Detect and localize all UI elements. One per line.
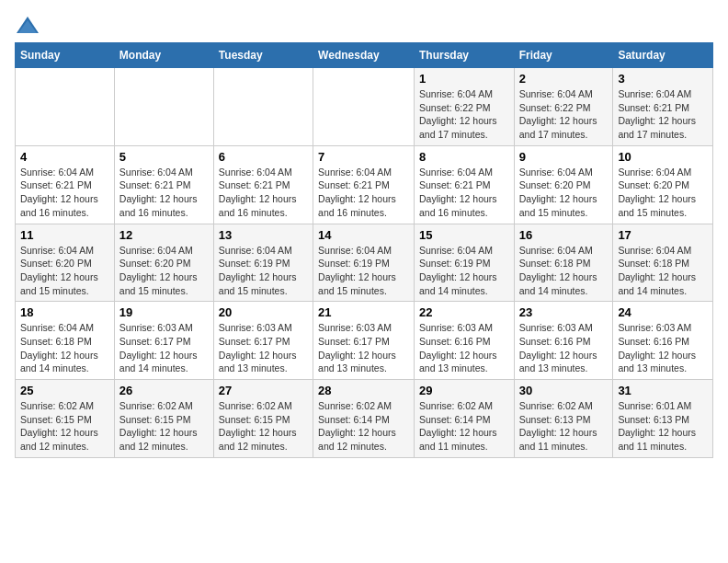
day-info: Sunrise: 6:02 AM Sunset: 6:15 PM Dayligh… <box>119 399 209 454</box>
day-number: 17 <box>618 228 708 242</box>
day-number: 21 <box>318 305 409 319</box>
week-row-3: 11Sunrise: 6:04 AM Sunset: 6:20 PM Dayli… <box>16 224 713 302</box>
calendar-header-row: SundayMondayTuesdayWednesdayThursdayFrid… <box>16 43 713 68</box>
day-info: Sunrise: 6:03 AM Sunset: 6:16 PM Dayligh… <box>519 321 609 375</box>
day-info: Sunrise: 6:04 AM Sunset: 6:20 PM Dayligh… <box>20 244 109 298</box>
calendar-table: SundayMondayTuesdayWednesdayThursdayFrid… <box>15 42 713 458</box>
calendar-cell: 11Sunrise: 6:04 AM Sunset: 6:20 PM Dayli… <box>16 224 115 302</box>
day-number: 19 <box>119 305 209 319</box>
day-info: Sunrise: 6:04 AM Sunset: 6:22 PM Dayligh… <box>419 87 509 142</box>
day-info: Sunrise: 6:02 AM Sunset: 6:14 PM Dayligh… <box>318 399 409 454</box>
day-number: 7 <box>318 150 409 164</box>
day-number: 15 <box>419 228 509 242</box>
day-info: Sunrise: 6:04 AM Sunset: 6:19 PM Dayligh… <box>219 244 308 298</box>
day-info: Sunrise: 6:04 AM Sunset: 6:21 PM Dayligh… <box>419 166 509 220</box>
day-info: Sunrise: 6:03 AM Sunset: 6:17 PM Dayligh… <box>318 321 409 375</box>
calendar-cell: 15Sunrise: 6:04 AM Sunset: 6:19 PM Dayli… <box>414 224 514 302</box>
week-row-2: 4Sunrise: 6:04 AM Sunset: 6:21 PM Daylig… <box>16 145 713 224</box>
calendar-cell: 31Sunrise: 6:01 AM Sunset: 6:13 PM Dayli… <box>613 380 713 458</box>
day-info: Sunrise: 6:04 AM Sunset: 6:19 PM Dayligh… <box>318 244 409 298</box>
day-number: 26 <box>119 384 209 397</box>
day-number: 13 <box>219 228 308 242</box>
day-info: Sunrise: 6:04 AM Sunset: 6:21 PM Dayligh… <box>618 87 708 142</box>
day-info: Sunrise: 6:04 AM Sunset: 6:18 PM Dayligh… <box>519 244 609 298</box>
day-info: Sunrise: 6:04 AM Sunset: 6:18 PM Dayligh… <box>618 244 708 298</box>
calendar-cell: 10Sunrise: 6:04 AM Sunset: 6:20 PM Dayli… <box>613 145 713 224</box>
day-number: 2 <box>519 72 609 86</box>
day-info: Sunrise: 6:04 AM Sunset: 6:20 PM Dayligh… <box>119 244 209 298</box>
week-row-1: 1Sunrise: 6:04 AM Sunset: 6:22 PM Daylig… <box>16 68 713 146</box>
calendar-cell: 5Sunrise: 6:04 AM Sunset: 6:21 PM Daylig… <box>114 145 213 224</box>
calendar-cell: 23Sunrise: 6:03 AM Sunset: 6:16 PM Dayli… <box>514 302 613 380</box>
calendar-cell: 6Sunrise: 6:04 AM Sunset: 6:21 PM Daylig… <box>213 145 313 224</box>
calendar-cell: 7Sunrise: 6:04 AM Sunset: 6:21 PM Daylig… <box>313 145 415 224</box>
day-number: 18 <box>20 305 109 319</box>
day-number: 4 <box>20 150 109 164</box>
calendar-cell: 3Sunrise: 6:04 AM Sunset: 6:21 PM Daylig… <box>613 68 713 146</box>
day-info: Sunrise: 6:04 AM Sunset: 6:21 PM Dayligh… <box>20 166 109 220</box>
calendar-cell: 19Sunrise: 6:03 AM Sunset: 6:17 PM Dayli… <box>114 302 213 380</box>
calendar-cell: 13Sunrise: 6:04 AM Sunset: 6:19 PM Dayli… <box>213 224 313 302</box>
calendar-cell: 17Sunrise: 6:04 AM Sunset: 6:18 PM Dayli… <box>613 224 713 302</box>
header-thursday: Thursday <box>414 43 514 68</box>
day-info: Sunrise: 6:02 AM Sunset: 6:13 PM Dayligh… <box>519 399 609 454</box>
day-info: Sunrise: 6:04 AM Sunset: 6:21 PM Dayligh… <box>219 166 308 220</box>
day-number: 5 <box>119 150 209 164</box>
calendar-cell <box>114 68 213 146</box>
day-info: Sunrise: 6:02 AM Sunset: 6:15 PM Dayligh… <box>20 399 109 454</box>
week-row-5: 25Sunrise: 6:02 AM Sunset: 6:15 PM Dayli… <box>16 380 713 458</box>
day-info: Sunrise: 6:04 AM Sunset: 6:20 PM Dayligh… <box>519 166 609 220</box>
calendar-cell <box>16 68 115 146</box>
day-number: 22 <box>419 305 509 319</box>
week-row-4: 18Sunrise: 6:04 AM Sunset: 6:18 PM Dayli… <box>16 302 713 380</box>
calendar-cell <box>213 68 313 146</box>
day-info: Sunrise: 6:04 AM Sunset: 6:20 PM Dayligh… <box>618 166 708 220</box>
day-number: 6 <box>219 150 308 164</box>
day-number: 24 <box>618 305 708 319</box>
day-number: 3 <box>618 72 708 86</box>
day-info: Sunrise: 6:02 AM Sunset: 6:15 PM Dayligh… <box>219 399 308 454</box>
calendar-cell: 9Sunrise: 6:04 AM Sunset: 6:20 PM Daylig… <box>514 145 613 224</box>
calendar-cell: 12Sunrise: 6:04 AM Sunset: 6:20 PM Dayli… <box>114 224 213 302</box>
day-number: 12 <box>119 228 209 242</box>
calendar-cell: 22Sunrise: 6:03 AM Sunset: 6:16 PM Dayli… <box>414 302 514 380</box>
header-friday: Friday <box>514 43 613 68</box>
day-info: Sunrise: 6:04 AM Sunset: 6:22 PM Dayligh… <box>519 87 609 142</box>
header <box>15 15 713 35</box>
day-info: Sunrise: 6:02 AM Sunset: 6:14 PM Dayligh… <box>419 399 509 454</box>
calendar-cell: 2Sunrise: 6:04 AM Sunset: 6:22 PM Daylig… <box>514 68 613 146</box>
day-number: 14 <box>318 228 409 242</box>
calendar-cell: 16Sunrise: 6:04 AM Sunset: 6:18 PM Dayli… <box>514 224 613 302</box>
day-number: 25 <box>20 384 109 397</box>
calendar-cell: 30Sunrise: 6:02 AM Sunset: 6:13 PM Dayli… <box>514 380 613 458</box>
day-number: 30 <box>519 384 609 397</box>
header-monday: Monday <box>114 43 213 68</box>
calendar-cell <box>313 68 415 146</box>
day-number: 28 <box>318 384 409 397</box>
day-number: 10 <box>618 150 708 164</box>
calendar-cell: 27Sunrise: 6:02 AM Sunset: 6:15 PM Dayli… <box>213 380 313 458</box>
calendar-cell: 21Sunrise: 6:03 AM Sunset: 6:17 PM Dayli… <box>313 302 415 380</box>
logo <box>15 15 44 35</box>
day-number: 16 <box>519 228 609 242</box>
calendar-cell: 20Sunrise: 6:03 AM Sunset: 6:17 PM Dayli… <box>213 302 313 380</box>
day-number: 11 <box>20 228 109 242</box>
day-info: Sunrise: 6:04 AM Sunset: 6:21 PM Dayligh… <box>119 166 209 220</box>
calendar-cell: 18Sunrise: 6:04 AM Sunset: 6:18 PM Dayli… <box>16 302 115 380</box>
day-info: Sunrise: 6:01 AM Sunset: 6:13 PM Dayligh… <box>618 399 708 454</box>
day-info: Sunrise: 6:04 AM Sunset: 6:18 PM Dayligh… <box>20 321 109 375</box>
calendar-cell: 25Sunrise: 6:02 AM Sunset: 6:15 PM Dayli… <box>16 380 115 458</box>
day-info: Sunrise: 6:03 AM Sunset: 6:17 PM Dayligh… <box>119 321 209 375</box>
day-info: Sunrise: 6:04 AM Sunset: 6:19 PM Dayligh… <box>419 244 509 298</box>
calendar-cell: 24Sunrise: 6:03 AM Sunset: 6:16 PM Dayli… <box>613 302 713 380</box>
day-number: 8 <box>419 150 509 164</box>
calendar-cell: 26Sunrise: 6:02 AM Sunset: 6:15 PM Dayli… <box>114 380 213 458</box>
calendar-cell: 8Sunrise: 6:04 AM Sunset: 6:21 PM Daylig… <box>414 145 514 224</box>
calendar-cell: 4Sunrise: 6:04 AM Sunset: 6:21 PM Daylig… <box>16 145 115 224</box>
header-sunday: Sunday <box>16 43 115 68</box>
header-wednesday: Wednesday <box>313 43 415 68</box>
day-number: 9 <box>519 150 609 164</box>
calendar-cell: 1Sunrise: 6:04 AM Sunset: 6:22 PM Daylig… <box>414 68 514 146</box>
day-info: Sunrise: 6:04 AM Sunset: 6:21 PM Dayligh… <box>318 166 409 220</box>
calendar-cell: 29Sunrise: 6:02 AM Sunset: 6:14 PM Dayli… <box>414 380 514 458</box>
